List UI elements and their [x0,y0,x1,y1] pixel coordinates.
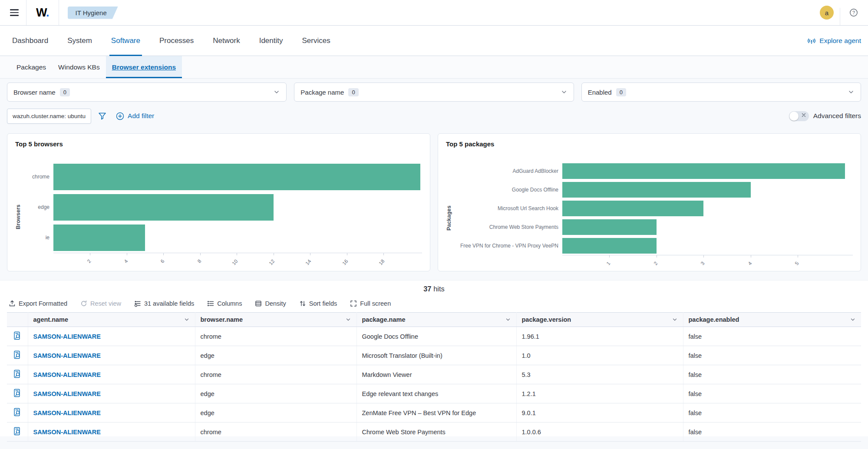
expand-row-cell [7,346,28,365]
selected-count-badge: 0 [616,88,626,96]
expand-document-icon[interactable] [13,369,22,379]
agent-name-link[interactable]: SAMSON-ALIENWARE [33,371,101,378]
column-header-browser-name[interactable]: browser.name [195,313,356,327]
bar-adguard-adblocker[interactable] [562,163,845,179]
nav-tab-software[interactable]: Software [109,26,142,56]
x-tick-label: 10 [225,258,239,273]
divider [59,0,59,25]
category-label: chrome [23,174,53,180]
browser-value: chrome [201,429,221,436]
version-value: 1.0.0.6 [522,429,541,436]
x-tick-label: 1 [598,261,611,275]
cell-enabled: false [683,327,861,346]
agent-name-link[interactable]: SAMSON-ALIENWARE [33,429,101,436]
fields-icon [134,300,141,307]
pin-filters-button[interactable] [98,112,106,120]
bar-edge[interactable] [53,194,274,221]
subtab-packages[interactable]: Packages [10,56,52,78]
version-value: 9.0.1 [522,409,536,416]
column-header-package-enabled[interactable]: package.enabled [683,313,861,327]
x-tick-label: 2 [645,261,658,275]
version-value: 5.3 [522,371,531,378]
filter-select-enabled[interactable]: Enabled0 [581,83,861,102]
column-header-package-name[interactable]: package.name [356,313,516,327]
nav-tab-dashboard[interactable]: Dashboard [10,26,50,56]
app-badge[interactable]: IT Hygiene [68,7,118,19]
x-tick-label: 18 [372,258,386,273]
toolbar-columns-button[interactable]: Columns [207,300,242,307]
cell-browser: edge [195,403,356,423]
table-row: SAMSON-ALIENWAREedgeMicrosoft Translator… [7,346,861,365]
filter-select-browser-name[interactable]: Browser name0 [7,83,287,102]
expand-document-icon[interactable] [13,388,22,398]
divider [26,0,26,25]
bar-free-vpn-for-chrome-vpn-proxy-veepn[interactable] [562,238,657,254]
cell-agent: SAMSON-ALIENWARE [28,346,195,365]
cell-agent: SAMSON-ALIENWARE [28,327,195,346]
bar-microsoft-url-search-hook[interactable] [562,201,703,216]
wazuh-logo[interactable]: W. [31,6,54,20]
filter-selects-row: Browser name0Package name0Enabled0 [7,83,861,102]
nav-tab-system[interactable]: System [66,26,94,56]
table-row: SAMSON-ALIENWAREchromeChrome Web Store P… [7,423,861,442]
version-value: 1.96.1 [522,333,539,340]
add-filter-button[interactable]: Add filter [116,112,154,120]
table-toolbar: Export FormattedReset view31 available f… [0,297,868,312]
toolbar-button-label: Columns [217,300,242,307]
toolbar-button-label: Export Formatted [19,300,67,307]
agent-name-link[interactable]: SAMSON-ALIENWARE [33,352,101,359]
funnel-icon [98,112,106,120]
sort-chevron-icon [505,317,511,323]
help-icon: ? [849,8,858,17]
cell-agent: SAMSON-ALIENWARE [28,423,195,442]
x-tick-label: 12 [262,258,275,273]
cell-package: Microsoft Translator (Built-in) [356,346,516,365]
nav-tab-network[interactable]: Network [211,26,241,56]
agent-name-link[interactable]: SAMSON-ALIENWARE [33,390,101,397]
nav-tab-processes[interactable]: Processes [158,26,195,56]
bar-chrome-web-store-payments[interactable] [562,219,657,235]
svg-text:?: ? [852,10,855,15]
expand-document-icon[interactable] [13,407,22,417]
explore-agent-button[interactable]: Explore agent [807,26,861,56]
x-tick-label: 5 [786,261,800,275]
help-button[interactable]: ? [846,5,861,20]
filter-pill[interactable]: wazuh.cluster.name: ubuntu [7,109,91,124]
expand-document-icon[interactable] [13,426,22,436]
fullscreen-icon [350,300,357,307]
agent-name-link[interactable]: SAMSON-ALIENWARE [33,333,101,340]
filter-select-package-name[interactable]: Package name0 [294,83,574,102]
bar-chrome[interactable] [53,164,420,190]
toolbar-export-formatted-button[interactable]: Export Formatted [9,300,67,307]
cell-version: 1.0 [516,346,683,365]
column-header-package-version[interactable]: package.version [516,313,683,327]
subtab-browser-extensions[interactable]: Browser extensions [106,56,182,78]
subtab-windows-kbs[interactable]: Windows KBs [52,56,106,78]
toolbar-31-available-fields-button[interactable]: 31 available fields [134,300,194,307]
toolbar-sort-fields-button[interactable]: Sort fields [299,300,337,307]
advanced-filters-label: Advanced filters [813,112,861,120]
plus-circle-icon [116,112,124,120]
cell-enabled: false [683,423,861,442]
selected-count-badge: 0 [60,88,70,96]
cell-version: 1.0.0.6 [516,423,683,442]
advanced-filters-toggle[interactable] [789,111,809,121]
avatar[interactable]: a [820,6,834,20]
toolbar-full-screen-button[interactable]: Full screen [350,300,391,307]
nav-tab-services[interactable]: Services [300,26,332,56]
expand-document-icon[interactable] [13,350,22,360]
y-axis-label: Packages [446,162,454,275]
toolbar-button-label: Full screen [360,300,391,307]
menu-button[interactable] [7,5,22,20]
agent-name-link[interactable]: SAMSON-ALIENWARE [33,409,101,416]
bar-google-docs-offline[interactable] [562,182,751,198]
column-header-agent-name[interactable]: agent.name [28,313,195,327]
toolbar-density-button[interactable]: Density [255,300,286,307]
cell-agent: SAMSON-ALIENWARE [28,365,195,384]
enabled-value: false [689,371,702,378]
bar-ie[interactable] [53,224,145,251]
expand-document-icon[interactable] [13,331,22,340]
nav-tab-identity[interactable]: Identity [257,26,285,56]
cell-package: Edge relevant text changes [356,384,516,403]
cell-package: Markdown Viewer [356,365,516,384]
